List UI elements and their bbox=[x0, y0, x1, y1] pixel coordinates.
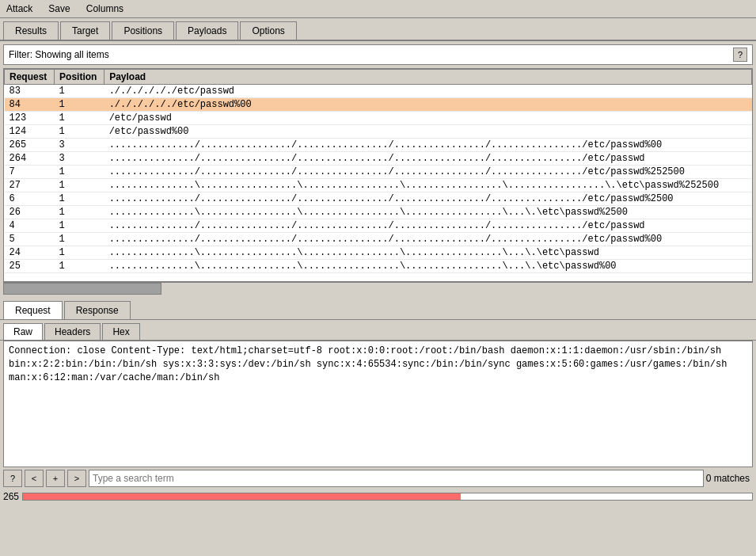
results-table: Request Position Payload 831././././././… bbox=[4, 69, 752, 273]
search-matches: 0 matches bbox=[706, 473, 753, 484]
filter-label: Filter: Showing all items bbox=[9, 49, 109, 60]
col-payload[interactable]: Payload bbox=[104, 70, 752, 85]
table-row[interactable]: 41.............../................/.....… bbox=[5, 219, 752, 233]
filter-help-button[interactable]: ? bbox=[733, 48, 747, 62]
add-button[interactable]: + bbox=[46, 470, 65, 487]
search-bar: ? < + > 0 matches bbox=[0, 467, 756, 489]
table-row[interactable]: 2653.............../................/...… bbox=[5, 139, 752, 152]
table-row[interactable]: 251...............\.................\...… bbox=[5, 260, 752, 273]
prev-button[interactable]: < bbox=[25, 470, 44, 487]
next-button[interactable]: > bbox=[67, 470, 86, 487]
search-input[interactable] bbox=[89, 470, 704, 487]
progress-label: 265 bbox=[3, 491, 19, 502]
menu-bar: Attack Save Columns bbox=[0, 0, 756, 18]
table-row[interactable]: 71.............../................/.....… bbox=[5, 166, 752, 179]
tab-payloads[interactable]: Payloads bbox=[176, 21, 238, 40]
subtab-headers[interactable]: Headers bbox=[44, 323, 101, 340]
menu-columns[interactable]: Columns bbox=[83, 2, 127, 16]
section-tabs: Request Response bbox=[0, 298, 756, 320]
sub-tabs: Raw Headers Hex bbox=[0, 320, 756, 341]
tab-positions[interactable]: Positions bbox=[112, 21, 174, 40]
progress-bar-area: 265 bbox=[0, 489, 756, 505]
h-scroll-thumb[interactable] bbox=[3, 283, 161, 295]
tab-response[interactable]: Response bbox=[64, 301, 131, 319]
subtab-raw[interactable]: Raw bbox=[3, 323, 43, 340]
results-table-container: Request Position Payload 831././././././… bbox=[3, 68, 753, 282]
menu-attack[interactable]: Attack bbox=[3, 2, 36, 16]
table-row[interactable]: 271...............\.................\...… bbox=[5, 179, 752, 192]
table-row[interactable]: 831././././././etc/passwd bbox=[5, 85, 752, 98]
console-area: Connection: close Content-Type: text/htm… bbox=[3, 341, 753, 467]
table-row[interactable]: 2643.............../................/...… bbox=[5, 152, 752, 166]
menu-save[interactable]: Save bbox=[45, 2, 73, 16]
progress-fill bbox=[23, 493, 461, 500]
tab-options[interactable]: Options bbox=[240, 21, 296, 40]
tab-results[interactable]: Results bbox=[3, 21, 59, 40]
table-row[interactable]: 51.............../................/.....… bbox=[5, 233, 752, 246]
col-request[interactable]: Request bbox=[5, 70, 55, 85]
tab-request[interactable]: Request bbox=[3, 301, 63, 319]
tab-target[interactable]: Target bbox=[60, 21, 110, 40]
table-row[interactable]: 841././././././etc/passwd%00 bbox=[5, 98, 752, 112]
subtab-hex[interactable]: Hex bbox=[102, 323, 139, 340]
filter-bar: Filter: Showing all items ? bbox=[3, 44, 753, 65]
table-row[interactable]: 61.............../................/.....… bbox=[5, 192, 752, 206]
main-tabs: Results Target Positions Payloads Option… bbox=[0, 18, 756, 41]
table-row[interactable]: 1231/etc/passwd bbox=[5, 112, 752, 125]
help-button[interactable]: ? bbox=[3, 470, 22, 487]
table-row[interactable]: 1241/etc/passwd%00 bbox=[5, 125, 752, 139]
horizontal-scrollbar[interactable] bbox=[3, 282, 753, 295]
col-position[interactable]: Position bbox=[55, 70, 104, 85]
table-row[interactable]: 261...............\.................\...… bbox=[5, 206, 752, 219]
progress-track bbox=[22, 493, 753, 501]
table-row[interactable]: 241...............\.................\...… bbox=[5, 246, 752, 260]
